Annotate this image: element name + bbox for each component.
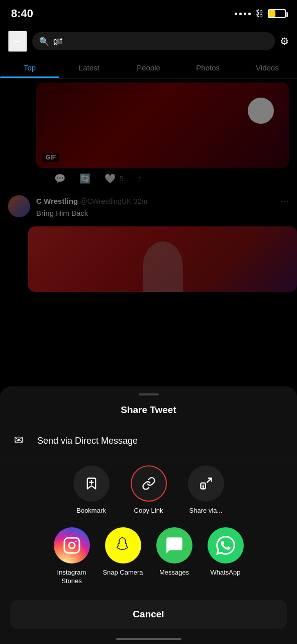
share-via-circle — [188, 465, 224, 502]
search-icon: 🔍 — [39, 37, 49, 46]
filter-icon[interactable]: ⚙ — [280, 35, 289, 47]
app-item-whatsapp[interactable]: WhatsApp — [204, 527, 248, 577]
signal-icon — [235, 13, 251, 15]
actions-row: Bookmark Copy Link Share v — [0, 465, 297, 527]
instagram-label: Instagram Stories — [50, 569, 94, 586]
svg-line-2 — [207, 478, 211, 482]
app-item-messages[interactable]: Messages — [152, 527, 196, 577]
copy-link-circle — [131, 465, 167, 502]
dm-icon: ✉ — [14, 434, 28, 448]
tab-people[interactable]: People — [119, 63, 178, 78]
action-item-copy-link[interactable]: Copy Link — [126, 465, 171, 515]
bookmark-circle — [73, 465, 110, 502]
messages-label: Messages — [159, 569, 189, 577]
svg-rect-4 — [64, 538, 79, 553]
tab-photos[interactable]: Photos — [178, 63, 238, 78]
sheet-handle — [139, 393, 159, 395]
sheet-title: Share Tweet — [0, 405, 297, 416]
tab-top[interactable]: Top — [0, 63, 59, 78]
svg-point-5 — [69, 542, 75, 548]
instagram-icon — [54, 527, 90, 564]
dim-overlay — [0, 78, 297, 325]
status-time: 8:40 — [11, 7, 33, 20]
messages-icon — [156, 527, 192, 564]
search-query: gif — [53, 36, 62, 46]
link-status-icon: ⛓ — [255, 9, 264, 19]
app-item-snapchat[interactable]: Snap Camera — [101, 527, 145, 577]
tabs-bar: Top Latest People Photos Videos — [0, 55, 297, 78]
bottom-sheet: Share Tweet ✉ Send via Direct Message Bo… — [0, 386, 297, 644]
tab-underline — [0, 76, 59, 78]
dm-label: Send via Direct Message — [37, 436, 138, 446]
home-indicator — [116, 638, 181, 640]
status-bar: 8:40 ⛓ — [0, 0, 297, 27]
bookmark-label: Bookmark — [76, 507, 106, 515]
svg-point-6 — [75, 540, 76, 542]
cancel-button[interactable]: Cancel — [10, 600, 287, 629]
tab-latest[interactable]: Latest — [59, 63, 119, 78]
app-item-instagram[interactable]: Instagram Stories — [50, 527, 94, 586]
whatsapp-icon — [208, 527, 244, 564]
copy-link-label: Copy Link — [134, 507, 163, 515]
battery-icon — [268, 9, 286, 18]
back-button[interactable]: ← — [8, 31, 27, 52]
dm-row[interactable]: ✉ Send via Direct Message — [0, 427, 297, 455]
snapchat-icon — [105, 527, 141, 564]
apps-row: Instagram Stories Snap Camera Messages — [0, 527, 297, 598]
search-input-wrap[interactable]: 🔍 gif — [32, 32, 275, 50]
snapchat-label: Snap Camera — [103, 569, 143, 577]
search-bar: ← 🔍 gif ⚙ — [0, 27, 297, 55]
whatsapp-label: WhatsApp — [211, 569, 241, 577]
action-item-share-via[interactable]: Share via... — [183, 465, 229, 515]
tab-videos[interactable]: Videos — [238, 63, 297, 78]
action-item-bookmark[interactable]: Bookmark — [69, 465, 114, 515]
status-icons: ⛓ — [235, 9, 286, 19]
share-via-label: Share via... — [189, 507, 223, 515]
